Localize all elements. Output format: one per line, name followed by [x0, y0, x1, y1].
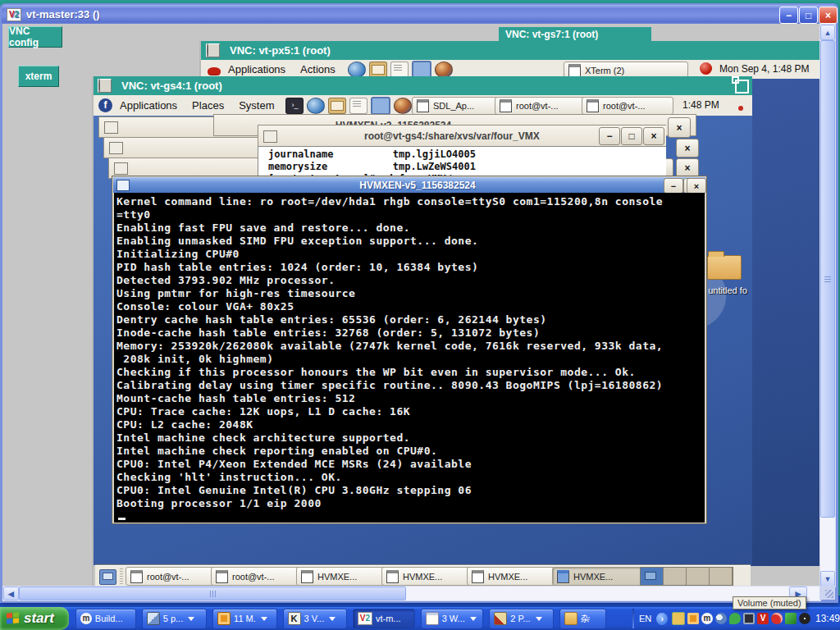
maximize-button[interactable]: □	[799, 7, 818, 24]
gs4-menu-places[interactable]: Places	[185, 99, 231, 112]
hvmxen-v5-titlebar[interactable]: HVMXEN-v5_1156382524	[113, 177, 705, 193]
panel-window-button-5[interactable]: HVMXE...	[467, 567, 558, 586]
tray-display-icon[interactable]	[743, 613, 755, 624]
scroll-down-button[interactable]: ▼	[820, 571, 835, 587]
window-icon	[472, 570, 484, 583]
close-button[interactable]: ×	[687, 178, 706, 194]
terminal-launcher-icon[interactable]	[285, 98, 304, 114]
scroll-up-button[interactable]: ▲	[820, 25, 835, 40]
panel-window-button-2[interactable]: root@vt-...	[211, 567, 302, 586]
tray-m-icon[interactable]: m	[701, 613, 713, 624]
px5-clock[interactable]: Mon Sep 4, 1:48 PM	[719, 63, 821, 75]
xterm-button[interactable]: xterm	[18, 66, 59, 87]
gs4-menu-system[interactable]: System	[231, 99, 281, 112]
titlebar-restore-icon[interactable]	[735, 80, 749, 94]
px5-menu-applications[interactable]: Applications	[221, 63, 293, 75]
workspace-4[interactable]	[710, 568, 733, 585]
show-desktop-icon[interactable]	[99, 569, 116, 585]
taskbar-button-5p[interactable]: 5 p...	[142, 609, 207, 629]
start-button[interactable]: start	[0, 607, 69, 630]
redhat-menu-icon[interactable]	[208, 67, 221, 75]
hvmxen-v5-terminal[interactable]: Kernel command line: ro root=/dev/hda1 r…	[114, 193, 705, 523]
vertical-scrollbar[interactable]: ▲ ▼	[819, 24, 836, 587]
panel-window-button-1[interactable]: root@vt-...	[126, 567, 217, 586]
taskbar-button-2p[interactable]: 2 P...	[489, 609, 553, 629]
vt-gs7-titlebar[interactable]: VNC: vt-gs7:1 (root)	[499, 27, 651, 42]
workspace-3[interactable]	[687, 568, 710, 585]
browser-launcher-icon[interactable]	[307, 98, 325, 114]
horizontal-scrollbar[interactable]: ◀ ▶	[2, 586, 821, 601]
panel-window-label: HVMXE...	[403, 572, 442, 582]
language-indicator[interactable]: EN	[639, 614, 651, 623]
tray-clock-icon[interactable]	[687, 613, 699, 624]
panel-window-button-3[interactable]: HVMXE...	[296, 567, 387, 586]
scroll-left-button[interactable]: ◀	[3, 587, 19, 600]
tray-antivirus-icon[interactable]: V	[757, 613, 769, 624]
close-button[interactable]: ×	[676, 158, 699, 177]
minimize-button[interactable]: −	[599, 127, 620, 145]
workspace-1[interactable]	[641, 568, 664, 585]
gs4-clock[interactable]: 1:48 PM	[682, 99, 725, 111]
taskbar-button-vtm[interactable]: vt-m...	[353, 609, 415, 629]
px5-menu-actions[interactable]: Actions	[293, 63, 343, 75]
taskbar-button-11m[interactable]: 11 M.	[212, 609, 276, 629]
close-button[interactable]: ×	[676, 139, 699, 158]
window-icon	[301, 570, 313, 583]
vnc-window-icon	[98, 79, 112, 93]
group-dropdown-icon[interactable]	[188, 617, 194, 621]
minimize-button[interactable]: −	[664, 178, 683, 194]
taskbar-button-folder[interactable]: 杂	[559, 609, 607, 629]
kvm-app-icon: K	[288, 612, 301, 625]
screen-launcher-icon[interactable]	[371, 97, 390, 115]
documents-launcher-icon[interactable]	[390, 62, 409, 78]
workspace-2[interactable]	[664, 568, 687, 585]
gs4-menu-applications[interactable]: Applications	[112, 99, 185, 112]
gs4-taskbar-button-root2[interactable]: root@vt-...	[582, 97, 673, 115]
compose-launcher-icon[interactable]	[349, 98, 368, 114]
resize-grip[interactable]	[819, 586, 835, 600]
notification-ball-icon[interactable]	[700, 62, 712, 75]
tray-expand-icon[interactable]: ›	[656, 613, 668, 625]
browser-launcher-icon[interactable]	[348, 62, 366, 78]
mail-launcher-icon[interactable]	[369, 62, 387, 78]
fedora-menu-icon[interactable]	[98, 98, 112, 112]
four-vmx-terminal[interactable]: journalname tmp.lgjiLO4005 memorysize tm…	[258, 146, 666, 176]
gs4-taskbar-button-sdl[interactable]: SDL_Ap...	[412, 97, 499, 115]
terminal-window-icon	[116, 180, 130, 191]
untitled-folder-icon[interactable]	[707, 255, 742, 280]
workspace-switcher[interactable]	[640, 567, 733, 586]
tray-meter-icon[interactable]	[799, 613, 810, 624]
panel-window-button-6-active[interactable]: HVMXE...	[552, 567, 645, 586]
taskbar-button-build[interactable]: m Build...	[75, 609, 136, 629]
close-button[interactable]: ×	[668, 117, 691, 138]
gs4-taskbar-button-root1[interactable]: root@vt-...	[495, 97, 587, 115]
group-dropdown-icon[interactable]	[536, 617, 542, 621]
tray-volume-muted-icon[interactable]	[771, 613, 783, 624]
vnc-app-icon	[358, 612, 372, 625]
panel-window-button-4[interactable]: HVMXE...	[381, 567, 472, 586]
mail-launcher-icon[interactable]	[328, 98, 346, 114]
group-dropdown-icon[interactable]	[470, 617, 477, 621]
tray-time[interactable]: 13:49	[815, 613, 840, 624]
tray-device-icon[interactable]	[785, 613, 797, 624]
tray-people-icon[interactable]	[715, 613, 727, 624]
tray-messenger-icon[interactable]	[729, 613, 741, 624]
horizontal-scroll-thumb[interactable]	[19, 587, 406, 600]
close-button[interactable]: ×	[643, 127, 664, 145]
taskbar-button-3w[interactable]: 3 W...	[421, 609, 484, 629]
tray-mail-icon[interactable]	[672, 612, 685, 625]
globe-launcher-icon[interactable]	[435, 62, 453, 78]
minimize-button[interactable]: −	[779, 7, 798, 24]
taskbar-button-3v[interactable]: K 3 V...	[283, 609, 347, 629]
globe-launcher-icon[interactable]	[394, 98, 412, 114]
group-dropdown-icon[interactable]	[261, 617, 267, 621]
vt-master-titlebar[interactable]: vt-master:33 ()	[2, 5, 837, 24]
vertical-scroll-thumb[interactable]	[820, 40, 835, 518]
xterm-label: xterm	[25, 71, 52, 82]
maximize-button[interactable]: □	[621, 127, 642, 145]
vnc-config-button[interactable]: VNC config	[8, 26, 62, 48]
vt-gs4-titlebar[interactable]: VNC: vt-gs4:1 (root)	[94, 76, 752, 95]
group-dropdown-icon[interactable]	[329, 617, 336, 621]
close-button[interactable]: ×	[819, 7, 838, 24]
vt-px5-titlebar[interactable]: VNC: vt-px5:1 (root)	[201, 41, 823, 60]
